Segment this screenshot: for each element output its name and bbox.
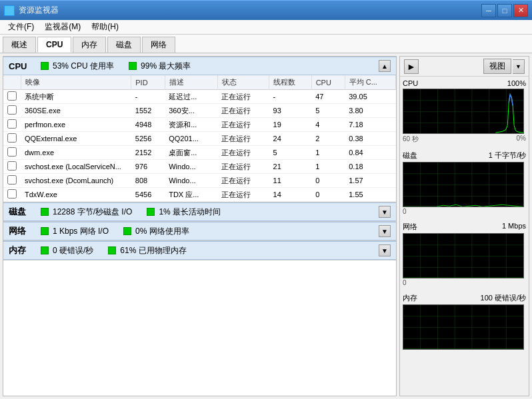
cell-threads: 93 <box>269 104 312 118</box>
cell-cpu: 47 <box>311 90 345 104</box>
view-button[interactable]: 视图 <box>483 59 511 74</box>
row-checkbox[interactable] <box>7 119 17 129</box>
col-desc[interactable]: 描述 <box>165 75 217 90</box>
cell-pid: 976 <box>131 160 165 174</box>
cpu-section-header[interactable]: CPU 53% CPU 使用率 99% 最大频率 ▲ <box>3 57 396 75</box>
cell-status: 正在运行 <box>217 160 269 174</box>
cpu-table-container[interactable]: 映像 PID 描述 状态 线程数 CPU 平均 C... 系统中断 - 延迟过.… <box>3 75 396 202</box>
memory-section-header[interactable]: 内存 0 硬错误/秒 61% 已用物理内存 ▼ <box>3 241 396 260</box>
cell-cpu: 4 <box>311 118 345 132</box>
network-chart-labels: 网络 1 Mbps <box>403 220 526 233</box>
cell-avgcpu: 7.18 <box>345 118 395 132</box>
disk-section-header[interactable]: 磁盘 12288 字节/秒磁盘 I/O 1% 最长活动时间 ▼ <box>3 202 396 221</box>
cell-desc: 延迟过... <box>165 90 217 104</box>
menu-help[interactable]: 帮助(H) <box>86 20 124 34</box>
cell-pid: 5456 <box>131 188 165 202</box>
tab-disk[interactable]: 磁盘 <box>107 37 141 53</box>
row-checkbox[interactable] <box>7 133 17 143</box>
cell-pid: 1552 <box>131 104 165 118</box>
tab-cpu[interactable]: CPU <box>37 37 71 53</box>
disk-chart-right-label: 1 千字节/秒 <box>489 151 526 161</box>
cell-threads: 21 <box>269 160 312 174</box>
memory-chart-right-label: 100 硬错误/秒 <box>481 293 526 303</box>
col-name[interactable]: 映像 <box>21 75 131 90</box>
row-checkbox[interactable] <box>7 175 17 185</box>
cell-status: 正在运行 <box>217 174 269 188</box>
row-checkbox[interactable] <box>7 147 17 157</box>
cpu-title: CPU <box>9 61 35 71</box>
table-row[interactable]: svchost.exe (DcomLaunch) 808 Windo... 正在… <box>3 174 396 188</box>
memory-chart-title: 内存 <box>403 293 417 303</box>
memory-stat1: 0 硬错误/秒 <box>53 245 93 256</box>
menu-monitor[interactable]: 监视器(M) <box>39 20 86 34</box>
table-row[interactable]: 系统中断 - 延迟过... 正在运行 - 47 39.05 <box>3 90 396 104</box>
menu-bar: 文件(F) 监视器(M) 帮助(H) <box>0 20 532 35</box>
cell-name: QQExternal.exe <box>21 132 131 146</box>
table-row[interactable]: svchost.exe (LocalServiceN... 976 Windo.… <box>3 160 396 174</box>
disk-stats: 12288 字节/秒磁盘 I/O 1% 最长活动时间 <box>41 206 373 218</box>
right-expand-btn[interactable]: ► <box>404 59 419 74</box>
row-checkbox[interactable] <box>7 105 17 115</box>
cpu-stat2-dot <box>129 62 137 70</box>
cell-cpu: 1 <box>311 160 345 174</box>
main-area: CPU 53% CPU 使用率 99% 最大频率 ▲ 映像 PID <box>0 53 532 399</box>
cell-cpu: 5 <box>311 104 345 118</box>
cpu-chart-canvas <box>403 89 524 134</box>
network-chart-canvas <box>403 233 524 278</box>
disk-chart-grid <box>403 163 523 207</box>
network-section-header[interactable]: 网络 1 Kbps 网络 I/O 0% 网络使用率 ▼ <box>3 222 396 240</box>
col-cpu[interactable]: CPU <box>311 75 345 90</box>
col-status[interactable]: 状态 <box>217 75 269 90</box>
col-avgcpu[interactable]: 平均 C... <box>345 75 395 90</box>
memory-chart-section: 内存 100 硬错误/秒 <box>403 292 526 350</box>
disk-title: 磁盘 <box>9 206 35 218</box>
cell-desc: 桌面窗... <box>165 146 217 160</box>
memory-stat1-dot <box>41 246 49 254</box>
cell-threads: 11 <box>269 174 312 188</box>
network-chart-right-label: 1 Mbps <box>502 222 526 232</box>
memory-collapse-btn[interactable]: ▼ <box>379 244 391 256</box>
cpu-table: 映像 PID 描述 状态 线程数 CPU 平均 C... 系统中断 - 延迟过.… <box>3 75 396 202</box>
cell-avgcpu: 0.84 <box>345 146 395 160</box>
cell-desc: Windo... <box>165 160 217 174</box>
table-row[interactable]: TdxW.exe 5456 TDX 应... 正在运行 14 0 1.55 <box>3 188 396 202</box>
cell-status: 正在运行 <box>217 104 269 118</box>
tab-overview[interactable]: 概述 <box>3 37 36 53</box>
tab-network[interactable]: 网络 <box>142 37 175 53</box>
cpu-chart-bottom-left: 60 秒 <box>403 135 419 144</box>
title-bar: 资源监视器 ─ □ ✕ <box>0 0 532 20</box>
cpu-chart-bottom-right: 0% <box>517 135 526 144</box>
row-checkbox[interactable] <box>7 189 17 199</box>
tabs-bar: 概述 CPU 内存 磁盘 网络 <box>0 35 532 53</box>
minimize-button[interactable]: ─ <box>481 4 496 17</box>
cpu-chart-section: CPU 100% <box>403 78 526 147</box>
maximize-button[interactable]: □ <box>497 4 512 17</box>
network-chart-bottom: 0 <box>403 278 526 289</box>
network-stat2-dot <box>123 227 131 235</box>
table-row[interactable]: perfmon.exe 4948 资源和... 正在运行 19 4 7.18 <box>3 118 396 132</box>
network-stat1-dot <box>41 227 49 235</box>
close-button[interactable]: ✕ <box>513 4 528 17</box>
table-row[interactable]: QQExternal.exe 5256 QQ201... 正在运行 24 2 0… <box>3 132 396 146</box>
cpu-chart-right-label: 100% <box>507 79 526 87</box>
cell-pid: 808 <box>131 174 165 188</box>
table-row[interactable]: 360SE.exe 1552 360安... 正在运行 93 5 3.80 <box>3 104 396 118</box>
col-pid[interactable]: PID <box>131 75 165 90</box>
cpu-collapse-btn[interactable]: ▲ <box>379 60 391 72</box>
network-collapse-btn[interactable]: ▼ <box>379 225 391 237</box>
cell-pid: 4948 <box>131 118 165 132</box>
col-threads[interactable]: 线程数 <box>269 75 312 90</box>
cell-name: TdxW.exe <box>21 188 131 202</box>
table-row[interactable]: dwm.exe 2152 桌面窗... 正在运行 5 1 0.84 <box>3 146 396 160</box>
view-dropdown-btn[interactable]: ▼ <box>513 59 525 74</box>
row-checkbox[interactable] <box>7 91 17 101</box>
memory-title: 内存 <box>9 244 35 256</box>
disk-collapse-btn[interactable]: ▼ <box>379 206 391 218</box>
cpu-stat1-dot <box>41 62 49 70</box>
menu-file[interactable]: 文件(F) <box>3 20 39 34</box>
left-panel: CPU 53% CPU 使用率 99% 最大频率 ▲ 映像 PID <box>3 56 397 396</box>
view-btn-group: 视图 ▼ <box>483 59 525 74</box>
network-stat2: 0% 网络使用率 <box>135 226 189 237</box>
row-checkbox[interactable] <box>7 161 17 171</box>
tab-memory[interactable]: 内存 <box>73 37 106 53</box>
